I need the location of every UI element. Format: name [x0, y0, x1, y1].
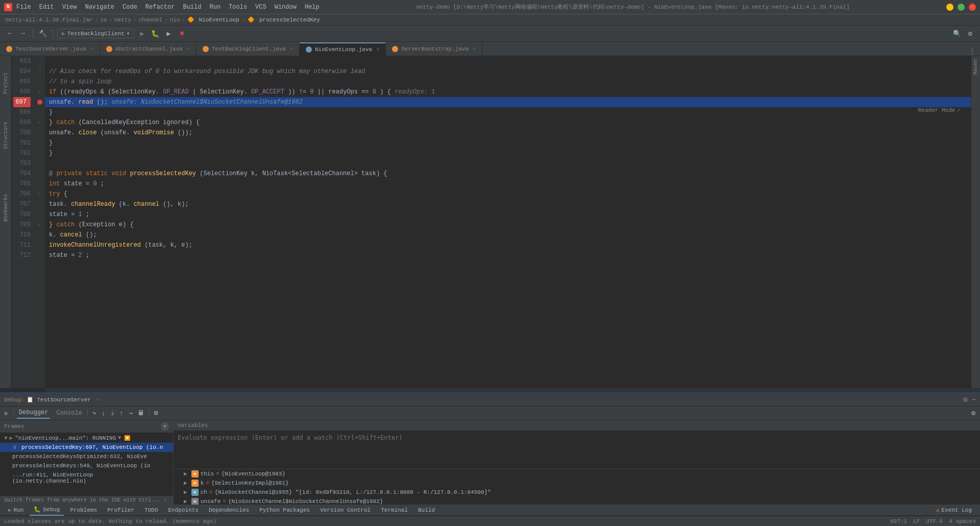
cursor-position: 697:1: [890, 518, 907, 524]
stop-btn[interactable]: ■: [176, 28, 187, 39]
search-btn[interactable]: 🔍: [951, 28, 963, 39]
tab-test-source-server[interactable]: TestSourceServer.java ×: [0, 42, 100, 56]
reader-mode-btn[interactable]: Reader Mode ✓: [918, 105, 961, 115]
breadcrumb-channel[interactable]: channel: [139, 17, 162, 23]
tab-close-0[interactable]: ×: [90, 46, 93, 52]
breadcrumb-nio[interactable]: nio: [170, 17, 180, 23]
profiler-tab[interactable]: Profiler: [103, 505, 138, 516]
terminal-tab[interactable]: Terminal: [377, 505, 412, 516]
sidebar-maven-btn[interactable]: Maven: [972, 56, 979, 78]
horizontal-scrollbar[interactable]: [45, 388, 980, 392]
menu-window[interactable]: Window: [275, 4, 297, 11]
console-tab[interactable]: Console: [54, 410, 84, 417]
tab-close-1[interactable]: ×: [187, 46, 190, 52]
step-over-btn[interactable]: ↷: [91, 408, 98, 418]
encoding-indicator[interactable]: UTF-8: [926, 518, 943, 524]
menu-build[interactable]: Build: [183, 4, 201, 11]
python-packages-tab[interactable]: Python Packages: [255, 505, 314, 516]
maximize-button[interactable]: □: [958, 4, 965, 11]
breadcrumb-class[interactable]: 🔶 NioEventLoop: [187, 16, 240, 23]
thread-header[interactable]: ▼ ▶ "nioEventLoop...main": RUNNING ▼ 🔽: [0, 433, 173, 443]
problems-tab[interactable]: Problems: [66, 505, 101, 516]
frame-item-3[interactable]: ...run:411, NioEventLoop (io.netty.chann…: [0, 470, 173, 486]
menu-view[interactable]: View: [62, 4, 77, 11]
run-tab[interactable]: ▶ Run: [4, 505, 28, 516]
toolbar-build-btn[interactable]: 🔨: [37, 28, 48, 39]
menu-code[interactable]: Code: [122, 4, 137, 11]
frame-item-2[interactable]: processSelectedKeys:549, NioEventLoop (i…: [0, 461, 173, 470]
run-btn[interactable]: ▶: [136, 28, 148, 39]
run-to-cursor-btn[interactable]: ⇢: [127, 408, 134, 418]
eval-expression-input[interactable]: [174, 432, 980, 443]
var-item-k[interactable]: ▶ m k = {SelectionKeyImpl@1981}: [174, 479, 980, 488]
close-button[interactable]: ×: [969, 4, 976, 11]
evaluate-btn[interactable]: 🖩: [136, 409, 146, 418]
fold-arrow-694[interactable]: │: [38, 69, 41, 75]
var-item-this[interactable]: ▶ m this = {NioEventLoop@1983}: [174, 469, 980, 479]
more-tabs-btn[interactable]: ⋮: [965, 47, 980, 56]
menu-refactor[interactable]: Refactor: [145, 4, 175, 11]
code-editor[interactable]: // Also check for readOps of 0 to workar…: [45, 56, 971, 388]
filter-icon[interactable]: ▼: [118, 435, 121, 441]
debug-label: Debug:: [4, 397, 24, 403]
todo-tab[interactable]: TODO: [140, 505, 162, 516]
settings-btn[interactable]: ⚙: [965, 28, 976, 39]
coverage-btn[interactable]: ▶: [163, 28, 174, 39]
debug-tab-btn[interactable]: 🐛 Debug: [30, 505, 64, 516]
menu-run[interactable]: Run: [209, 4, 220, 11]
settings-btn-debug[interactable]: ⚙: [970, 408, 977, 418]
tab-close-2[interactable]: ×: [290, 46, 293, 52]
step-out-btn[interactable]: ↑: [118, 409, 125, 418]
sidebar-bookmarks-btn[interactable]: Bookmarks: [1, 203, 10, 212]
menu-tools[interactable]: Tools: [229, 4, 247, 11]
minimize-button[interactable]: −: [946, 4, 953, 11]
version-control-tab[interactable]: Version Control: [316, 505, 375, 516]
toolbar-back-btn[interactable]: ←: [4, 28, 15, 39]
filter-btn[interactable]: 🔽: [124, 435, 130, 441]
menu-file[interactable]: File: [16, 4, 31, 11]
run-config-dropdown[interactable]: ▶ TestBacklogClient ▾: [57, 29, 134, 38]
menu-edit[interactable]: Edit: [39, 4, 54, 11]
debug-btn[interactable]: 🐛: [150, 28, 161, 39]
tab-close-4[interactable]: ×: [473, 46, 476, 52]
dependencies-tab[interactable]: Dependencies: [205, 505, 253, 516]
sidebar-structure-btn[interactable]: Structure: [1, 131, 10, 140]
menu-vcs[interactable]: VCS: [255, 4, 266, 11]
menu-navigate[interactable]: Navigate: [85, 4, 114, 11]
breadcrumb-method[interactable]: 🔶 processSelectedKey: [248, 16, 321, 23]
fold-arrow-699[interactable]: ⌐: [38, 120, 41, 126]
event-log-btn[interactable]: ⚠ Event Log: [932, 505, 976, 516]
debug-session-close[interactable]: ×: [96, 397, 100, 403]
tab-server-bootstrap[interactable]: ServerBootstrap.java ×: [386, 42, 482, 56]
toolbar-forward-btn[interactable]: →: [17, 28, 29, 39]
var-item-unsafe[interactable]: ▶ m unsafe = {NioSocketChannel$NioSocket…: [174, 497, 980, 505]
tab-close-3[interactable]: ×: [376, 47, 379, 53]
breadcrumb-io[interactable]: io: [100, 17, 107, 23]
add-watch-btn[interactable]: +: [161, 422, 169, 431]
restore-layout-btn[interactable]: ⊞: [153, 408, 160, 418]
debugger-tab[interactable]: Debugger: [17, 408, 51, 419]
switch-frames-close[interactable]: ×: [163, 497, 166, 503]
tab-nio-event-loop[interactable]: NioEventLoop.java ×: [300, 42, 386, 56]
menu-help[interactable]: Help: [305, 4, 320, 11]
tab-abstract-channel[interactable]: AbstractChannel.java ×: [100, 42, 197, 56]
build-tab[interactable]: Build: [414, 505, 439, 516]
force-step-into-btn[interactable]: ⇓: [109, 408, 116, 418]
frame-item-0[interactable]: ⏸ processSelectedKey:697, NioEventLoop (…: [0, 443, 173, 452]
sidebar-project-btn[interactable]: Project: [1, 79, 10, 88]
indent-indicator[interactable]: 4 spaces: [949, 518, 976, 524]
lf-indicator[interactable]: LF: [913, 518, 920, 524]
step-into-btn[interactable]: ↓: [100, 409, 107, 418]
breadcrumb-jar[interactable]: netty-all-4.1.39.Final.jar: [5, 17, 93, 23]
debug-minimize-btn[interactable]: −: [972, 396, 976, 404]
tab-test-backlog-client[interactable]: TestBacklogClient.java ×: [197, 42, 300, 56]
breadcrumb-netty[interactable]: netty: [114, 17, 131, 23]
var-item-ch[interactable]: ▶ m ch = {NioSocketChannel@1955} "[id: 0…: [174, 488, 980, 497]
frame-item-1[interactable]: processSelectedKeysOptimized:632, NioEve: [0, 452, 173, 461]
resume-btn[interactable]: ▶: [3, 408, 10, 418]
fold-arrow-696[interactable]: ⌐: [38, 89, 41, 95]
breakpoint-697[interactable]: [37, 100, 42, 105]
debug-gear-icon[interactable]: ⚙: [963, 395, 967, 404]
endpoints-tab[interactable]: Endpoints: [164, 505, 202, 516]
switch-frames-label[interactable]: Switch frames from anywhere in the IDE w…: [4, 497, 160, 503]
